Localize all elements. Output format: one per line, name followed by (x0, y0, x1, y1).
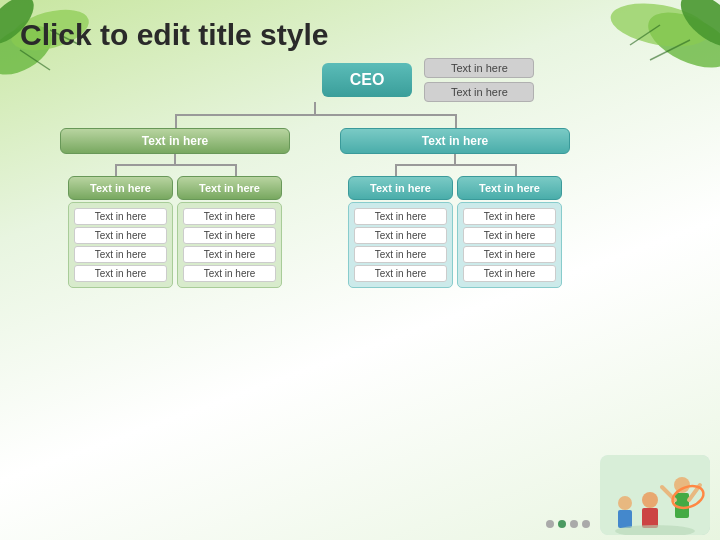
left-sub-branches: Text in here Text in here Text in here T… (68, 176, 282, 288)
list-item[interactable]: Text in here (463, 265, 556, 282)
right-sub2-header[interactable]: Text in here (457, 176, 562, 200)
left-sub1-items: Text in here Text in here Text in here T… (68, 202, 173, 288)
page-title[interactable]: Click to edit title style (20, 18, 700, 52)
list-item[interactable]: Text in here (354, 208, 447, 225)
svg-point-13 (642, 492, 658, 508)
h-connector-main (175, 114, 455, 116)
list-item[interactable]: Text in here (183, 227, 276, 244)
right-sub-branches: Text in here Text in here Text in here T… (348, 176, 562, 288)
right-sub2-items: Text in here Text in here Text in here T… (457, 202, 562, 288)
list-item[interactable]: Text in here (463, 227, 556, 244)
list-item[interactable]: Text in here (354, 265, 447, 282)
org-chart: CEO Text in here Text in here (20, 58, 700, 288)
left-branch: Text in here Text in here Text in here (60, 128, 290, 288)
left-branch-header[interactable]: Text in here (60, 128, 290, 154)
nav-dot-4[interactable] (582, 520, 590, 528)
right-branch: Text in here Text in here Text in here (340, 128, 570, 288)
list-item[interactable]: Text in here (74, 227, 167, 244)
side-notes: Text in here Text in here (424, 58, 534, 102)
nav-dot-3[interactable] (570, 520, 578, 528)
left-sub1: Text in here Text in here Text in here T… (68, 176, 173, 288)
h-connector-right-subs (395, 164, 515, 166)
svg-rect-12 (618, 510, 632, 528)
left-sub2-items: Text in here Text in here Text in here T… (177, 202, 282, 288)
list-item[interactable]: Text in here (74, 208, 167, 225)
list-item[interactable]: Text in here (463, 246, 556, 263)
note-box-1[interactable]: Text in here (424, 58, 534, 78)
note-box-2[interactable]: Text in here (424, 82, 534, 102)
left-sub1-header[interactable]: Text in here (68, 176, 173, 200)
nav-dots (546, 520, 590, 528)
v-down-left-sub2 (235, 164, 237, 176)
svg-point-15 (674, 477, 690, 493)
svg-point-11 (618, 496, 632, 510)
ceo-box[interactable]: CEO (322, 63, 413, 97)
svg-rect-14 (642, 508, 658, 528)
v-connector-left-branch (174, 154, 176, 164)
v-connector-left (175, 114, 177, 128)
v-connector-right (455, 114, 457, 128)
v-connector-right-branch (454, 154, 456, 164)
v-down-right-sub2 (515, 164, 517, 176)
people-image (600, 455, 710, 535)
right-branch-header[interactable]: Text in here (340, 128, 570, 154)
v-down-left-sub1 (115, 164, 117, 176)
right-sub1-items: Text in here Text in here Text in here T… (348, 202, 453, 288)
list-item[interactable]: Text in here (183, 265, 276, 282)
list-item[interactable]: Text in here (463, 208, 556, 225)
list-item[interactable]: Text in here (74, 246, 167, 263)
h-connector-left-subs (115, 164, 235, 166)
nav-dot-2[interactable] (558, 520, 566, 528)
right-sub1-header[interactable]: Text in here (348, 176, 453, 200)
right-sub2: Text in here Text in here Text in here T… (457, 176, 562, 288)
right-sub1: Text in here Text in here Text in here T… (348, 176, 453, 288)
list-item[interactable]: Text in here (354, 246, 447, 263)
left-sub2: Text in here Text in here Text in here T… (177, 176, 282, 288)
nav-dot-1[interactable] (546, 520, 554, 528)
list-item[interactable]: Text in here (74, 265, 167, 282)
list-item[interactable]: Text in here (354, 227, 447, 244)
v-connector-ceo (314, 102, 316, 114)
list-item[interactable]: Text in here (183, 246, 276, 263)
left-sub2-header[interactable]: Text in here (177, 176, 282, 200)
list-item[interactable]: Text in here (183, 208, 276, 225)
v-down-right-sub1 (395, 164, 397, 176)
